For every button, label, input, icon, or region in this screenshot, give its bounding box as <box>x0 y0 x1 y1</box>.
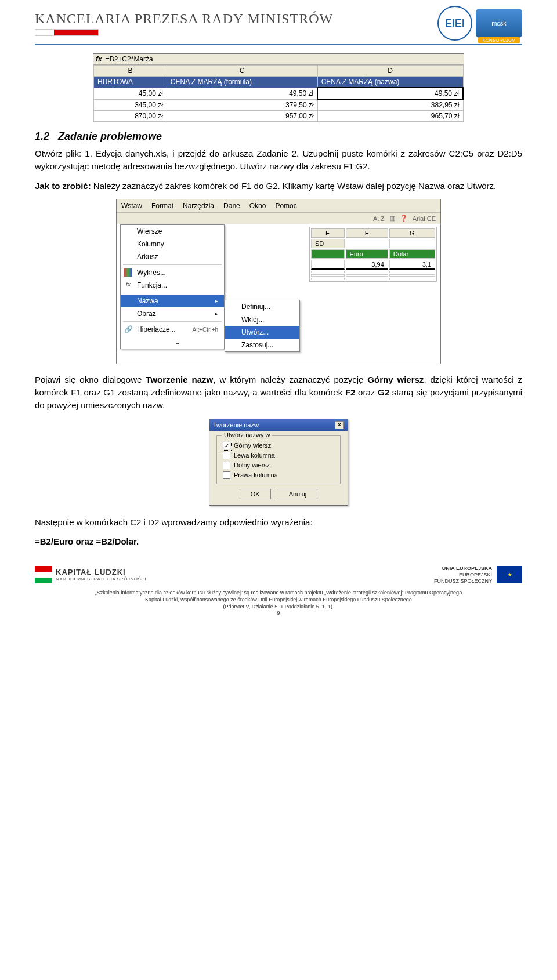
data-row-2: 345,00 zł 379,50 zł 382,95 zł <box>94 99 464 111</box>
ei-logo-icon: EIEI <box>437 6 472 41</box>
ue-line3: FUNDUSZ SPOŁECZNY <box>434 578 492 585</box>
ue-line1: UNIA EUROPEJSKA <box>434 565 492 572</box>
hdr-hurtowa: HURTOWA <box>94 77 167 88</box>
menu-item-arkusz[interactable]: Arkusz <box>121 251 224 263</box>
paragraph-2: Jak to zrobić: Należy zaznaczyć zakres k… <box>35 180 522 193</box>
checkbox-icon[interactable] <box>223 462 230 469</box>
hdr-formula: CENA Z MARŻĄ (formuła) <box>167 77 317 88</box>
checkbox-icon[interactable] <box>223 471 230 479</box>
menu-pomoc[interactable]: Pomoc <box>275 202 296 210</box>
mcsk-logo-icon: mcsk KONSORCJUM <box>476 9 522 38</box>
checkbox-icon[interactable] <box>223 452 230 459</box>
cell <box>311 249 345 259</box>
kl-subtitle: NARODOWA STRATEGIA SPÓJNOŚCI <box>56 576 146 582</box>
sd-label: SD <box>311 239 345 248</box>
option-label: Dolny wiersz <box>234 462 270 469</box>
help-icon[interactable]: ❓ <box>400 215 408 222</box>
cell: 345,00 zł <box>94 99 167 111</box>
footer-disclaimer: „Szkolenia informatyczne dla członków ko… <box>35 590 522 617</box>
option-gorny-wiersz[interactable]: Górny wiersz <box>223 441 334 451</box>
col-d: D <box>317 66 463 77</box>
menu-format[interactable]: Format <box>151 202 173 210</box>
flag-stripe-icon <box>35 29 99 36</box>
doc-header: KANCELARIA PREZESA RADY MINISTRÓW EIEI m… <box>35 0 522 41</box>
kapital-ludzki-logo: KAPITAŁ LUDZKI NARODOWA STRATEGIA SPÓJNO… <box>35 566 146 583</box>
option-dolny-wiersz[interactable]: Dolny wiersz <box>223 460 334 470</box>
menu-item-wiersze[interactable]: Wiersze <box>121 225 224 238</box>
howto-text: Należy zaznaczyć zakres komórek od F1 do… <box>91 181 497 191</box>
ue-line2: EUROPEJSKI <box>434 572 492 578</box>
col-header-row: B C D <box>94 66 464 77</box>
ue-logo: UNIA EUROPEJSKA EUROPEJSKI FUNDUSZ SPOŁE… <box>434 565 522 584</box>
menu-narzedzia[interactable]: Narzędzia <box>183 202 214 210</box>
col-b: B <box>94 66 167 77</box>
header-rule <box>35 44 522 45</box>
menu-item-obraz[interactable]: Obraz <box>121 307 224 320</box>
menu-item-kolumny[interactable]: Kolumny <box>121 238 224 251</box>
paragraph-3: Pojawi się okno dialogowe Tworzenie nazw… <box>35 373 522 411</box>
submenu-utworz[interactable]: Utwórz... <box>225 326 299 339</box>
submenu-wklej[interactable]: Wklej... <box>225 313 299 326</box>
close-icon[interactable]: × <box>335 421 344 429</box>
paragraph-1: Otwórz plik: 1. Edycja danych.xls, i prz… <box>35 147 522 173</box>
menu-wstaw[interactable]: Wstaw <box>121 202 142 210</box>
wstaw-dropdown: Wiersze Kolumny Arkusz Wykres... fxFunkc… <box>120 224 225 349</box>
chart-icon <box>124 268 132 277</box>
kprm-title: KANCELARIA PREZESA RADY MINISTRÓW <box>35 11 333 27</box>
submenu-zastosuj[interactable]: Zastosuj... <box>225 339 299 351</box>
selected-cell: 49,50 zł <box>317 88 463 99</box>
cell-dolar: Dolar <box>389 249 435 259</box>
col-e: E <box>311 228 345 238</box>
menu-separator <box>123 321 222 322</box>
toolbar-strip: A↓Z ▥ ❓ Arial CE <box>117 213 440 224</box>
checkbox-icon[interactable] <box>223 442 230 449</box>
submenu-definiuj[interactable]: Definiuj... <box>225 300 299 313</box>
cell: 3,94 <box>346 260 388 270</box>
dialog-titlebar: Tworzenie nazw × <box>209 419 348 431</box>
menu-expand-chevron[interactable]: ⌄ <box>121 336 224 349</box>
cell: 3,1 <box>389 260 435 270</box>
fieldset-legend: Utwórz nazwy w <box>222 431 272 438</box>
menu-item-nazwa[interactable]: Nazwa <box>121 295 224 307</box>
nazwa-submenu: Definiuj... Wklej... Utwórz... Zastosuj.… <box>225 300 300 352</box>
mcsk-label: mcsk <box>491 20 507 27</box>
paragraph-4: Następnie w komórkach C2 i D2 wprowadzam… <box>35 516 522 529</box>
font-combo[interactable]: Arial CE <box>413 215 436 222</box>
kl-box-icon <box>35 566 52 583</box>
cell: 957,00 zł <box>167 111 317 122</box>
excel-screenshot-1: fx =B2+C2*Marża B C D HURTOWA CENA Z MAR… <box>93 53 464 122</box>
option-prawa-kolumna[interactable]: Prawa kolumna <box>223 470 334 480</box>
data-row-1: 45,00 zł 49,50 zł 49,50 zł <box>94 88 464 99</box>
menu-item-hiperlacze[interactable]: 🔗Hiperłącze...Alt+Ctrl+h <box>121 323 224 336</box>
section-title: Zadanie problemowe <box>58 130 162 142</box>
menu-okno[interactable]: Okno <box>249 202 266 210</box>
link-icon: 🔗 <box>124 325 132 333</box>
chart-toolbar-icon[interactable]: ▥ <box>389 215 395 222</box>
cell: 45,00 zł <box>94 88 167 99</box>
section-heading: 1.2 Zadanie problemowe <box>35 130 522 143</box>
menu-dane[interactable]: Dane <box>223 202 240 210</box>
menu-item-funkcja[interactable]: fxFunkcja... <box>121 279 224 292</box>
label-row: HURTOWA CENA Z MARŻĄ (formuła) CENA Z MA… <box>94 77 464 88</box>
menu-separator <box>123 293 222 293</box>
section-number: 1.2 <box>35 130 49 142</box>
menu-separator <box>123 264 222 265</box>
fx-icon: fx <box>96 55 102 63</box>
hdr-nazwa: CENA Z MARŻĄ (nazwa) <box>317 77 463 88</box>
menu-item-wykres[interactable]: Wykres... <box>121 266 224 279</box>
cell: 870,00 zł <box>94 111 167 122</box>
menu-bar: Wstaw Format Narzędzia Dane Okno Pomoc <box>117 199 440 213</box>
cell: 49,50 zł <box>167 88 317 99</box>
option-label: Górny wiersz <box>234 442 271 449</box>
sort-icon[interactable]: A↓Z <box>373 215 385 222</box>
ok-button[interactable]: OK <box>240 489 271 499</box>
sheet-preview: EFG SD EuroDolar 3,943,1 <box>309 227 437 282</box>
col-c: C <box>167 66 317 77</box>
option-lewa-kolumna[interactable]: Lewa kolumna <box>223 451 334 460</box>
cancel-button[interactable]: Anuluj <box>278 489 318 499</box>
eu-flag-icon: ⋆ <box>497 566 522 583</box>
shortcut-text: Alt+Ctrl+h <box>193 326 218 333</box>
data-row-3: 870,00 zł 957,00 zł 965,70 zł <box>94 111 464 122</box>
footer-logos: KAPITAŁ LUDZKI NARODOWA STRATEGIA SPÓJNO… <box>35 565 522 584</box>
formula-bar-value: =B2+C2*Marża <box>106 55 153 63</box>
